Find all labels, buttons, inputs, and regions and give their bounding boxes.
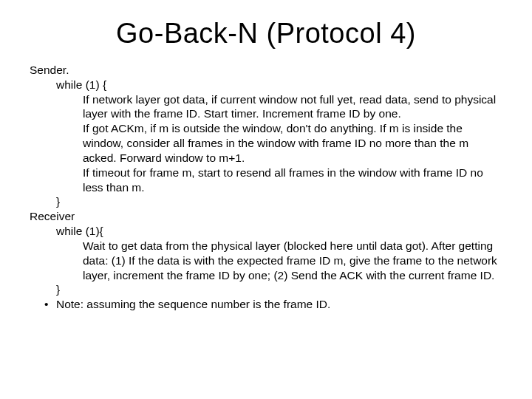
bullet-icon: •: [44, 297, 48, 312]
sender-while-close: }: [56, 194, 505, 209]
note-text: Note: assuming the sequence number is th…: [56, 298, 330, 310]
sender-line-1: If network layer got data, if current wi…: [83, 92, 505, 122]
note-row: • Note: assuming the sequence number is …: [56, 297, 505, 312]
sender-label: Sender.: [30, 63, 505, 78]
receiver-while-open: while (1){: [56, 224, 505, 239]
sender-while-open: while (1) {: [56, 78, 505, 92]
sender-line-2: If got ACKm, if m is outside the window,…: [83, 121, 505, 165]
slide: Go-Back-N (Protocol 4) Sender. while (1)…: [0, 18, 532, 399]
slide-body: Sender. while (1) { If network layer got…: [0, 63, 532, 312]
receiver-line-1: Wait to get data from the physical layer…: [83, 239, 505, 282]
slide-title: Go-Back-N (Protocol 4): [0, 18, 532, 50]
receiver-label: Receiver: [30, 209, 505, 224]
sender-line-3: If timeout for frame m, start to resend …: [83, 166, 505, 195]
receiver-while-close: }: [56, 282, 505, 297]
